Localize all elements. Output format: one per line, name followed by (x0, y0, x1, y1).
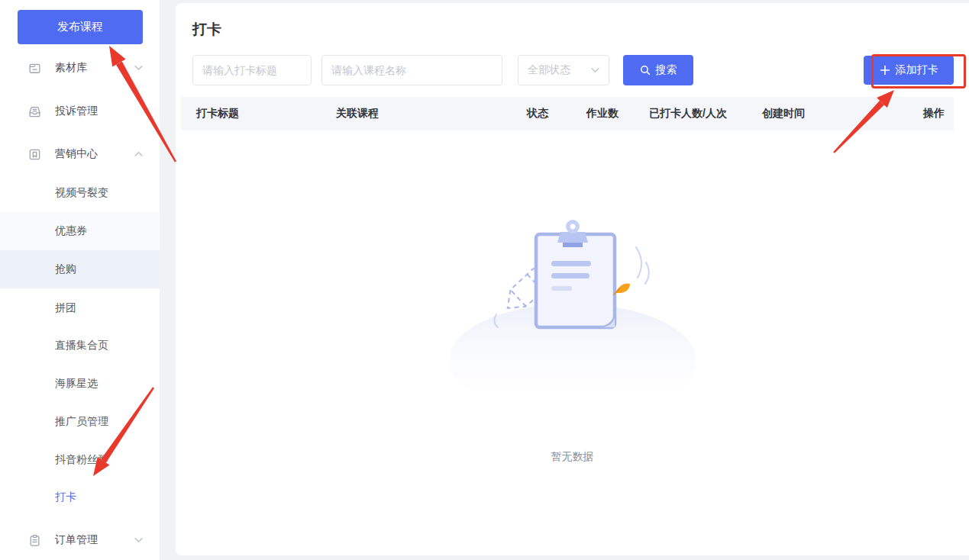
publish-course-button[interactable]: 发布课程 (18, 10, 143, 44)
sidebar-item-marketing-center[interactable]: 营销中心 (0, 135, 160, 173)
sidebar: 发布课程 素材库 (0, 0, 160, 560)
empty-state-text: 暂无数据 (176, 450, 969, 464)
column-header: 操作 (870, 107, 954, 121)
search-icon (640, 65, 651, 76)
column-header: 打卡标题 (181, 107, 321, 121)
chevron-up-icon (134, 151, 143, 157)
status-select[interactable]: 全部状态 (518, 55, 609, 85)
sidebar-subitem-coupon[interactable]: 优惠券 (0, 212, 160, 250)
course-name-input[interactable] (321, 55, 502, 85)
page: 发布课程 素材库 (0, 0, 969, 560)
sidebar-subitem-promoter-management[interactable]: 推广员管理 (0, 403, 160, 441)
sidebar-item-order-management[interactable]: 订单管理 (0, 521, 160, 559)
sidebar-subitem-flash-sale[interactable]: 抢购 (0, 250, 160, 288)
sidebar-item-material-library[interactable]: 素材库 (0, 49, 160, 87)
column-header: 创建时间 (747, 107, 870, 121)
column-header: 状态 (512, 107, 571, 121)
order-icon (28, 534, 41, 547)
sidebar-subitem-video-fission[interactable]: 视频号裂变 (0, 174, 160, 212)
complaint-icon (28, 105, 41, 118)
annotation-box-add-checkin (871, 54, 966, 89)
chevron-down-icon (134, 537, 143, 543)
sidebar-item-label: 投诉管理 (55, 105, 98, 118)
sidebar-item-label: 素材库 (55, 61, 87, 75)
sidebar-subitem-douyin-fan-group[interactable]: 抖音粉丝群 (0, 441, 160, 479)
checkin-title-input[interactable] (192, 55, 312, 85)
column-header: 作业数 (571, 107, 634, 121)
sidebar-subitem-dolphin-select[interactable]: 海豚星选 (0, 365, 160, 403)
sidebar-item-complaints[interactable]: 投诉管理 (0, 92, 160, 130)
sidebar-subitem-check-in[interactable]: 打卡 (0, 478, 160, 517)
page-title: 打卡 (192, 20, 969, 40)
status-select-value: 全部状态 (528, 63, 570, 77)
column-header: 关联课程 (321, 107, 512, 121)
search-button[interactable]: 搜索 (623, 55, 693, 85)
marketing-icon (28, 148, 41, 161)
empty-state: 暂无数据 (176, 215, 969, 560)
chevron-down-icon (134, 65, 143, 71)
table-header-row: 打卡标题 关联课程 状态 作业数 已打卡人数/人次 创建时间 操作 (181, 97, 954, 130)
chevron-down-icon (591, 67, 599, 73)
sidebar-item-label: 订单管理 (55, 533, 98, 547)
sidebar-item-label: 营销中心 (55, 147, 98, 161)
column-header: 已打卡人数/人次 (634, 107, 747, 121)
sidebar-subitem-group-buy[interactable]: 拼团 (0, 289, 160, 327)
folder-icon (28, 62, 41, 75)
filter-bar: 全部状态 搜索 (192, 55, 954, 85)
empty-clipboard-illustration (451, 215, 695, 391)
sidebar-subitem-live-collection[interactable]: 直播集合页 (0, 327, 160, 365)
content-card: 打卡 全部状态 搜索 (176, 3, 969, 555)
